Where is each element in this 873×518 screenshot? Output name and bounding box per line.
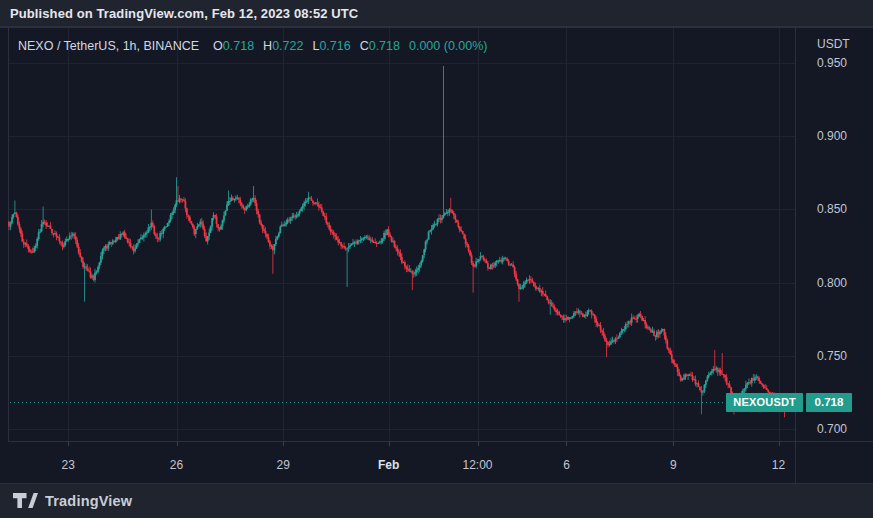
panel-borders	[8, 28, 873, 483]
price-axis-label: 0.850	[817, 202, 847, 216]
change-value: 0.000 (0.00%)	[409, 39, 488, 53]
chart-area[interactable]: NEXO / TetherUS, 1h, BINANCE O0.718 H0.7…	[0, 28, 873, 483]
time-axis-label: Feb	[378, 458, 399, 472]
tradingview-brand-link[interactable]: TradingView	[13, 493, 132, 509]
price-axis-label: 0.900	[817, 129, 847, 143]
candles	[8, 66, 785, 417]
ohlc-high: H0.722	[263, 39, 303, 53]
symbol-price-flag: NEXOUSDT	[726, 393, 803, 412]
quote-currency-label: USDT	[817, 37, 850, 51]
ohlc-close: C0.718	[360, 39, 400, 53]
published-text: Published on TradingView.com, Feb 12, 20…	[10, 6, 358, 21]
time-axis-label: 12:00	[463, 458, 493, 472]
time-axis-label: 23	[62, 458, 75, 472]
down-candles	[8, 186, 785, 417]
symbol-title[interactable]: NEXO / TetherUS, 1h, BINANCE	[18, 39, 199, 53]
ohlc-open: O0.718	[213, 39, 254, 53]
footer-bar: TradingView	[0, 483, 873, 518]
tradingview-published-chart: Published on TradingView.com, Feb 12, 20…	[0, 0, 873, 518]
last-price-flag: 0.718	[806, 393, 852, 412]
time-axis-label: 29	[277, 458, 290, 472]
time-axis-label: 6	[563, 458, 570, 472]
chart-legend: NEXO / TetherUS, 1h, BINANCE O0.718 H0.7…	[18, 39, 497, 53]
time-axis-label: 9	[670, 458, 677, 472]
ohlc-low: L0.716	[312, 39, 350, 53]
price-axis-label: 0.800	[817, 276, 847, 290]
price-axis[interactable]: 0.9500.9000.8500.8000.7500.700	[796, 28, 873, 441]
tradingview-brand-text: TradingView	[45, 493, 132, 509]
candlestick-plot[interactable]	[0, 28, 873, 483]
tradingview-logo-icon	[13, 493, 38, 509]
price-axis-label: 0.950	[817, 56, 847, 70]
price-axis-label: 0.700	[817, 422, 847, 436]
price-axis-label: 0.750	[817, 349, 847, 363]
time-axis-label: 12	[772, 458, 785, 472]
published-bar: Published on TradingView.com, Feb 12, 20…	[0, 0, 873, 28]
time-axis[interactable]: 232629Feb12:006912	[0, 441, 873, 483]
time-axis-label: 26	[170, 458, 183, 472]
